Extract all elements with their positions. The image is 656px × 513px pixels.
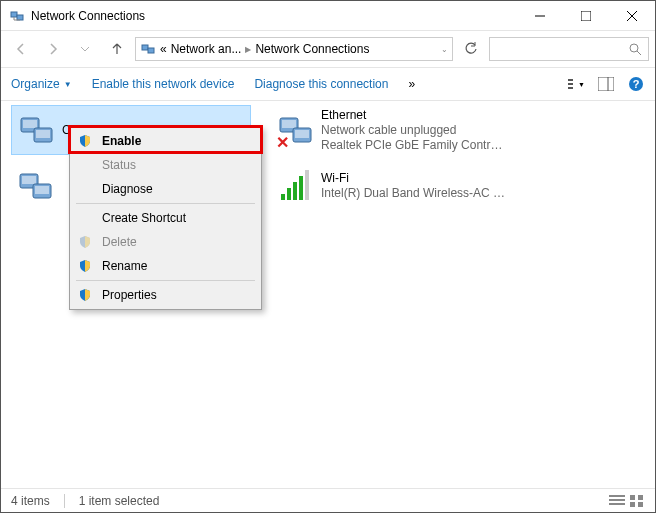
- svg-rect-37: [630, 495, 635, 500]
- status-menuitem: Status: [72, 153, 259, 177]
- chevron-down-icon[interactable]: ⌄: [441, 45, 448, 54]
- svg-rect-33: [35, 186, 49, 194]
- svg-rect-1: [17, 15, 23, 20]
- back-button[interactable]: [7, 36, 35, 62]
- breadcrumb-prev[interactable]: «: [160, 42, 167, 56]
- svg-rect-36: [609, 503, 625, 505]
- dropdown-icon: ▼: [64, 80, 72, 89]
- context-menu: Enable Status Diagnose Create Shortcut D…: [69, 126, 262, 310]
- wifi-signal-icon: [275, 166, 315, 206]
- preview-pane-button[interactable]: [597, 75, 615, 93]
- search-input[interactable]: [489, 37, 649, 61]
- titlebar: Network Connections: [1, 1, 655, 31]
- navbar: « Network an... ▶ Network Connections ⌄: [1, 31, 655, 67]
- svg-rect-14: [568, 87, 573, 89]
- details-view-button[interactable]: [609, 494, 625, 508]
- network-adapter-icon: [15, 166, 55, 206]
- statusbar: 4 items 1 item selected: [1, 488, 655, 512]
- adapter-name: Ethernet: [321, 108, 507, 123]
- svg-rect-38: [638, 495, 643, 500]
- svg-text:?: ?: [633, 78, 640, 90]
- svg-rect-8: [142, 45, 148, 50]
- svg-rect-39: [630, 502, 635, 507]
- svg-rect-31: [22, 176, 36, 184]
- diagnose-button[interactable]: Diagnose this connection: [254, 77, 388, 91]
- address-bar[interactable]: « Network an... ▶ Network Connections ⌄: [135, 37, 453, 61]
- svg-rect-25: [36, 130, 50, 138]
- close-button[interactable]: [609, 1, 655, 31]
- rename-menuitem[interactable]: Rename: [72, 254, 259, 278]
- recent-button[interactable]: [71, 36, 99, 62]
- search-icon: [628, 42, 642, 56]
- svg-rect-23: [23, 120, 37, 128]
- shield-icon: [76, 235, 94, 249]
- svg-rect-35: [609, 499, 625, 501]
- maximize-button[interactable]: [563, 1, 609, 31]
- forward-button[interactable]: [39, 36, 67, 62]
- separator: [64, 494, 65, 508]
- svg-line-11: [637, 51, 641, 55]
- icons-view-button[interactable]: [629, 494, 645, 508]
- create-shortcut-menuitem[interactable]: Create Shortcut: [72, 206, 259, 230]
- menuitem-label: Properties: [102, 288, 157, 302]
- view-layout-button[interactable]: ▼: [567, 75, 585, 93]
- up-button[interactable]: [103, 36, 131, 62]
- svg-rect-40: [638, 502, 643, 507]
- svg-rect-27: [282, 120, 296, 128]
- svg-rect-5: [581, 11, 591, 21]
- adapter-name: Wi-Fi: [321, 171, 507, 186]
- network-adapter-icon: [16, 110, 56, 150]
- command-bar: Organize ▼ Enable this network device Di…: [1, 67, 655, 101]
- menuitem-label: Enable: [102, 134, 141, 148]
- shield-icon: [76, 134, 94, 148]
- error-x-icon: ✕: [276, 133, 289, 152]
- svg-rect-34: [609, 495, 625, 497]
- shield-icon: [76, 259, 94, 273]
- enable-menuitem[interactable]: Enable: [72, 129, 259, 153]
- separator: [76, 280, 255, 281]
- svg-rect-18: [598, 77, 614, 91]
- chevron-right-icon[interactable]: ▶: [245, 45, 251, 54]
- properties-menuitem[interactable]: Properties: [72, 283, 259, 307]
- svg-rect-9: [148, 48, 154, 53]
- organize-menu[interactable]: Organize ▼: [11, 77, 72, 91]
- menuitem-label: Delete: [102, 235, 137, 249]
- delete-menuitem: Delete: [72, 230, 259, 254]
- breadcrumb-2[interactable]: Network Connections: [255, 42, 369, 56]
- path-icon: [140, 41, 156, 57]
- adapter-wifi[interactable]: Wi-Fi Intel(R) Dual Band Wireless-AC 31.…: [271, 161, 511, 211]
- app-icon: [9, 8, 25, 24]
- menuitem-label: Status: [102, 158, 136, 172]
- selection-count: 1 item selected: [79, 494, 160, 508]
- diagnose-menuitem[interactable]: Diagnose: [72, 177, 259, 201]
- breadcrumb-1[interactable]: Network an...: [171, 42, 242, 56]
- minimize-button[interactable]: [517, 1, 563, 31]
- adapter-device: Intel(R) Dual Band Wireless-AC 31...: [321, 186, 507, 201]
- help-button[interactable]: ?: [627, 75, 645, 93]
- network-adapter-icon: ✕: [275, 110, 315, 150]
- adapter-device: Realtek PCIe GbE Family Controller: [321, 138, 507, 153]
- svg-rect-0: [11, 12, 17, 17]
- window-title: Network Connections: [31, 9, 145, 23]
- separator: [76, 203, 255, 204]
- shield-icon: [76, 288, 94, 302]
- menuitem-label: Diagnose: [102, 182, 153, 196]
- item-count: 4 items: [11, 494, 50, 508]
- svg-rect-12: [568, 79, 573, 81]
- overflow-button[interactable]: »: [408, 77, 415, 91]
- menuitem-label: Rename: [102, 259, 147, 273]
- svg-point-10: [630, 44, 638, 52]
- refresh-button[interactable]: [457, 37, 485, 61]
- menuitem-label: Create Shortcut: [102, 211, 186, 225]
- adapter-ethernet[interactable]: ✕ Ethernet Network cable unplugged Realt…: [271, 105, 511, 155]
- svg-rect-29: [295, 130, 309, 138]
- svg-rect-13: [568, 83, 573, 85]
- enable-device-button[interactable]: Enable this network device: [92, 77, 235, 91]
- adapter-status: Network cable unplugged: [321, 123, 507, 138]
